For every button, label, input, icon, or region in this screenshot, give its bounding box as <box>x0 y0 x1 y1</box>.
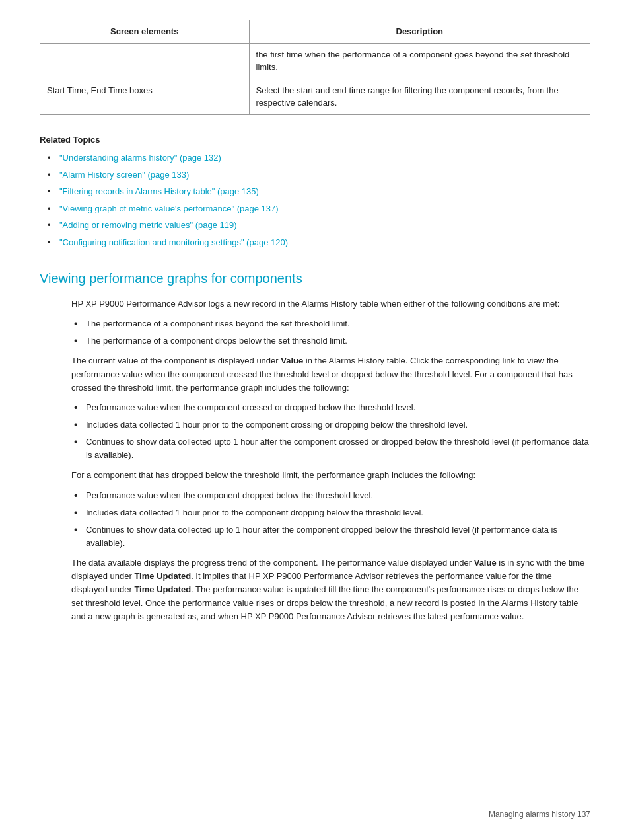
para4-bold1: Value <box>474 558 497 568</box>
list-item: Continues to show data collected up to 1… <box>71 523 590 550</box>
screen-elements-table: Screen elements Description the first ti… <box>40 20 590 115</box>
list-item: "Configuring notification and monitoring… <box>48 236 590 249</box>
section-para3: For a component that has dropped below t… <box>71 469 590 482</box>
section-bullets1: The performance of a component rises bey… <box>71 317 590 348</box>
related-link[interactable]: "Alarm History screen" (page 133) <box>59 170 189 180</box>
table-row: the first time when the performance of a… <box>40 43 590 79</box>
list-item: "Viewing graph of metric value's perform… <box>48 202 590 215</box>
section-para2: The current value of the component is di… <box>71 354 590 394</box>
section-para4: The data available displays the progress… <box>71 556 590 623</box>
list-item: Includes data collected 1 hour prior to … <box>71 418 590 432</box>
list-item: "Understanding alarms history" (page 132… <box>48 151 590 165</box>
list-item: "Filtering records in Alarms History tab… <box>48 185 590 198</box>
list-item: "Adding or removing metric values" (page… <box>48 219 590 232</box>
related-topics-heading: Related Topics <box>40 134 590 147</box>
table-cell-label: Start Time, End Time boxes <box>40 79 250 114</box>
table-cell-description: Select the start and end time range for … <box>249 79 590 114</box>
section-heading: Viewing performance graphs for component… <box>40 268 590 288</box>
section-bullets2: Performance value when the component cro… <box>71 401 590 463</box>
list-item: Performance value when the component cro… <box>71 401 590 414</box>
related-link[interactable]: "Configuring notification and monitoring… <box>59 237 288 247</box>
section-bullets3: Performance value when the component dro… <box>71 489 590 551</box>
para4-bold3: Time Updated <box>134 584 191 594</box>
related-link[interactable]: "Viewing graph of metric value's perform… <box>59 204 279 213</box>
list-item: Continues to show data collected upto 1 … <box>71 436 590 462</box>
related-link[interactable]: "Adding or removing metric values" (page… <box>59 220 237 230</box>
list-item: "Alarm History screen" (page 133) <box>48 169 590 182</box>
list-item: Includes data collected 1 hour prior to … <box>71 506 590 519</box>
para2-text-before: The current value of the component is di… <box>71 356 281 365</box>
col-description-header: Description <box>249 20 590 44</box>
related-link[interactable]: "Filtering records in Alarms History tab… <box>59 186 259 196</box>
table-cell-description: the first time when the performance of a… <box>249 43 590 79</box>
col-screen-elements-header: Screen elements <box>40 20 250 44</box>
section-para1: HP XP P9000 Performance Advisor logs a n… <box>71 297 590 311</box>
related-link[interactable]: "Understanding alarms history" (page 132… <box>59 153 221 163</box>
list-item: The performance of a component drops bel… <box>71 334 590 348</box>
para4-bold2: Time Updated <box>134 571 191 581</box>
para4-text1: The data available displays the progress… <box>71 558 474 568</box>
table-row: Start Time, End Time boxes Select the st… <box>40 79 590 114</box>
table-cell-label <box>40 43 250 79</box>
list-item: The performance of a component rises bey… <box>71 317 590 330</box>
related-topics-section: Related Topics "Understanding alarms his… <box>40 134 590 249</box>
para2-bold1: Value <box>281 356 303 365</box>
related-topics-list: "Understanding alarms history" (page 132… <box>40 151 590 248</box>
list-item: Performance value when the component dro… <box>71 489 590 502</box>
